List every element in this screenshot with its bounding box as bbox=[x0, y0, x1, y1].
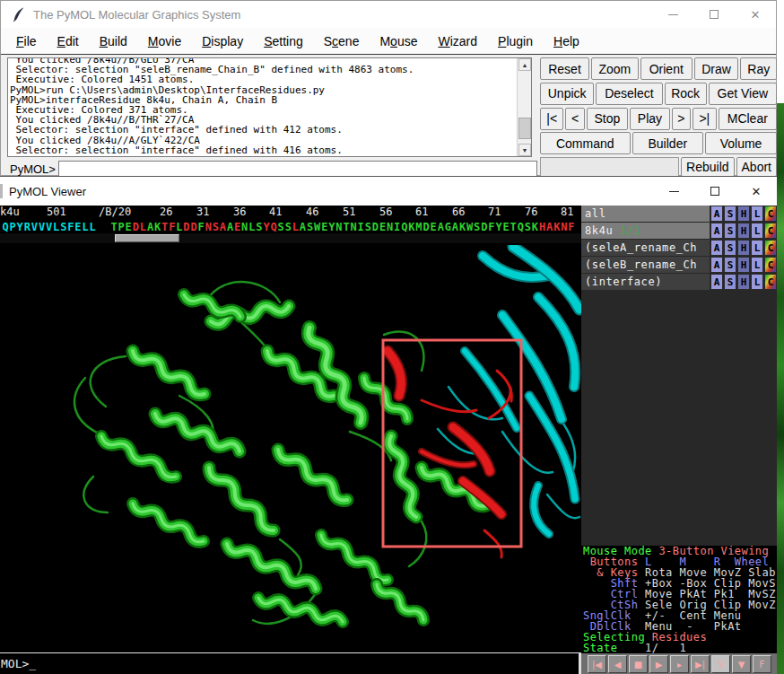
button--[interactable]: > bbox=[672, 108, 691, 130]
object-name[interactable]: (seleA_rename_Ch bbox=[581, 240, 710, 256]
button-reset[interactable]: Reset bbox=[540, 57, 589, 80]
sequence-residue[interactable]: D bbox=[481, 221, 488, 233]
sequence-residue[interactable]: L bbox=[139, 221, 146, 233]
menu-item-scene[interactable]: Scene bbox=[324, 34, 360, 48]
sequence-residue[interactable]: F bbox=[568, 221, 575, 233]
object-action-a-button[interactable]: A bbox=[710, 257, 723, 273]
sequence-residue[interactable]: S bbox=[364, 221, 371, 233]
sequence-residue[interactable]: S bbox=[474, 221, 481, 233]
button-stop[interactable]: Stop bbox=[587, 108, 628, 130]
button--[interactable]: < bbox=[565, 108, 584, 130]
sequence-residue[interactable]: E bbox=[74, 221, 82, 233]
sequence-residue[interactable]: V bbox=[30, 221, 38, 233]
sequence-residue[interactable]: Y bbox=[16, 221, 23, 233]
object-action-s-button[interactable]: S bbox=[724, 274, 736, 290]
menu-item-help[interactable]: Help bbox=[553, 34, 579, 48]
abort-button[interactable]: Abort bbox=[736, 157, 777, 177]
object-action-l-button[interactable]: L bbox=[751, 240, 763, 256]
sequence-residue[interactable]: N bbox=[387, 221, 394, 233]
movie-f-button[interactable]: F bbox=[753, 655, 771, 673]
mouse-panel-line[interactable]: State 1/ 1 bbox=[583, 643, 777, 653]
object-action-s-button[interactable]: S bbox=[724, 240, 736, 256]
sequence-residue[interactable]: A bbox=[451, 221, 458, 233]
button-deselect[interactable]: Deselect bbox=[596, 83, 662, 105]
menu-item-movie[interactable]: Movie bbox=[148, 34, 181, 48]
object-action-l-button[interactable]: L bbox=[751, 223, 763, 239]
sequence-residue[interactable]: P bbox=[118, 221, 125, 233]
maximize-button[interactable] bbox=[693, 1, 735, 28]
sequence-residue[interactable]: T bbox=[343, 221, 350, 233]
object-action-h-button[interactable]: H bbox=[737, 274, 750, 290]
sequence-residue[interactable]: N bbox=[241, 221, 248, 233]
object-name[interactable]: all bbox=[581, 206, 710, 222]
sequence-residue[interactable]: R bbox=[23, 221, 30, 233]
viewer-minimize-button[interactable] bbox=[653, 177, 694, 206]
sequence-residue[interactable]: E bbox=[125, 221, 132, 233]
menu-item-plugin[interactable]: Plugin bbox=[498, 34, 533, 48]
scroll-up-icon[interactable]: ▲ bbox=[518, 58, 531, 71]
movie-forward-icon[interactable]: ▸ bbox=[670, 655, 689, 673]
sequence-residue[interactable]: D bbox=[183, 221, 190, 233]
sequence-residue[interactable]: V bbox=[46, 221, 53, 233]
sequence-residue[interactable]: Q bbox=[517, 221, 524, 233]
movie-stop-icon[interactable]: ■ bbox=[629, 655, 648, 673]
sequence-residue[interactable]: S bbox=[307, 221, 314, 233]
sequence-residue[interactable]: F bbox=[67, 221, 74, 233]
menu-item-build[interactable]: Build bbox=[100, 34, 127, 48]
minimize-button[interactable] bbox=[652, 1, 693, 28]
object-name[interactable]: (interface) bbox=[581, 274, 710, 290]
sequence-residue[interactable]: E bbox=[502, 221, 510, 233]
button-play[interactable]: Play bbox=[630, 108, 670, 130]
sequence-residue[interactable]: A bbox=[546, 221, 553, 233]
sequence-residue[interactable]: N bbox=[335, 221, 343, 233]
sequence-residue[interactable]: A bbox=[219, 221, 226, 233]
object-action-l-button[interactable]: L bbox=[751, 206, 763, 222]
sequence-residue[interactable]: I bbox=[357, 221, 364, 233]
sequence-residue[interactable]: N bbox=[561, 221, 568, 233]
sequence-residue[interactable]: E bbox=[321, 221, 328, 233]
movie-rewind-icon[interactable]: |◀ bbox=[588, 655, 606, 673]
sequence-residue[interactable]: N bbox=[350, 221, 357, 233]
sequence-residue[interactable]: D bbox=[371, 221, 379, 233]
sequence-residue[interactable]: P bbox=[9, 221, 16, 233]
sequence-residue[interactable]: L bbox=[82, 221, 89, 233]
object-action-l-button[interactable]: L bbox=[751, 257, 763, 273]
object-action-c-button[interactable]: C bbox=[764, 223, 777, 239]
button-ray[interactable]: Ray bbox=[740, 57, 777, 80]
rebuild-button[interactable]: Rebuild bbox=[681, 157, 734, 177]
menu-item-display[interactable]: Display bbox=[202, 34, 243, 48]
object-action-a-button[interactable]: A bbox=[710, 223, 723, 239]
sequence-residue[interactable]: T bbox=[110, 221, 118, 233]
object-name[interactable]: 8k4u 1/1 bbox=[581, 223, 710, 239]
sequence-residue[interactable]: L bbox=[176, 221, 183, 233]
sequence-residue[interactable]: H bbox=[539, 221, 546, 233]
sequence-residue[interactable]: S bbox=[284, 221, 292, 233]
viewer-command-prompt[interactable]: MOL>_ bbox=[0, 652, 579, 674]
menu-item-mouse[interactable]: Mouse bbox=[379, 34, 417, 48]
sequence-residue[interactable]: A bbox=[146, 221, 153, 233]
sequence-residue[interactable]: W bbox=[314, 221, 321, 233]
sequence-residue[interactable]: K bbox=[531, 221, 538, 233]
object-action-h-button[interactable]: H bbox=[737, 240, 750, 256]
object-action-a-button[interactable]: A bbox=[710, 240, 723, 256]
object-action-a-button[interactable]: A bbox=[710, 206, 723, 222]
sequence-residue[interactable]: F bbox=[488, 221, 495, 233]
scroll-down-icon[interactable]: ▼ bbox=[518, 144, 531, 156]
sequence-residue[interactable]: S bbox=[60, 221, 67, 233]
sequence-residue[interactable]: G bbox=[444, 221, 451, 233]
sequence-residue[interactable]: A bbox=[227, 221, 234, 233]
sequence-residue[interactable]: F bbox=[197, 221, 205, 233]
object-action-s-button[interactable]: S bbox=[724, 206, 736, 222]
sequence-residue[interactable]: Q bbox=[270, 221, 277, 233]
object-action-l-button[interactable]: L bbox=[751, 274, 763, 290]
button-zoom[interactable]: Zoom bbox=[591, 57, 639, 80]
button-builder[interactable]: Builder bbox=[632, 132, 704, 154]
sequence-residue[interactable]: D bbox=[190, 221, 197, 233]
sequence-residue[interactable]: E bbox=[379, 221, 386, 233]
sequence-residue[interactable]: F bbox=[169, 221, 176, 233]
menu-item-wizard[interactable]: Wizard bbox=[438, 34, 477, 48]
object-action-c-button[interactable]: C bbox=[764, 274, 777, 290]
sequence-residue[interactable]: W bbox=[466, 221, 474, 233]
object-name[interactable]: (seleB_rename_Ch bbox=[581, 257, 710, 273]
sequence-residue[interactable]: Y bbox=[328, 221, 335, 233]
